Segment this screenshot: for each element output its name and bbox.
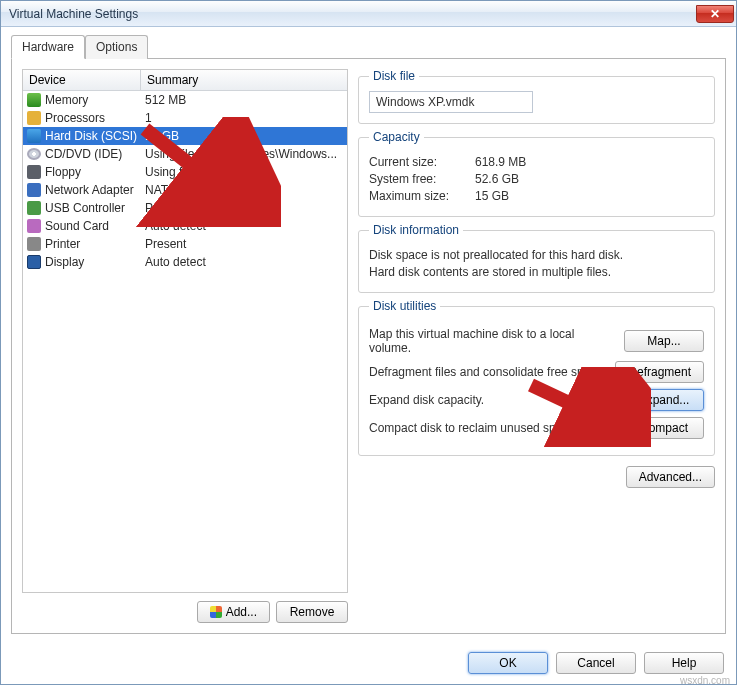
table-row[interactable]: CD/DVD (IDE)Using file F:\OS_Images\Wind… <box>23 145 347 163</box>
diskfile-input[interactable] <box>369 91 533 113</box>
device-summary: 1 <box>141 111 347 125</box>
system-free-value: 52.6 GB <box>475 172 519 186</box>
diskinfo-line2: Hard disk contents are stored in multipl… <box>369 265 704 279</box>
device-summary: Present <box>141 201 347 215</box>
tab-options[interactable]: Options <box>85 35 148 59</box>
device-summary: 512 MB <box>141 93 347 107</box>
current-size-label: Current size: <box>369 155 469 169</box>
device-summary: Auto detect <box>141 219 347 233</box>
device-icon <box>27 201 41 215</box>
capacity-group: Capacity Current size:618.9 MB System fr… <box>358 130 715 217</box>
device-icon <box>27 183 41 197</box>
system-free-label: System free: <box>369 172 469 186</box>
defragment-desc: Defragment files and consolidate free sp… <box>369 365 607 379</box>
add-device-button[interactable]: Add... <box>197 601 270 623</box>
close-icon: ✕ <box>710 7 720 21</box>
tab-strip: Hardware Options <box>11 35 726 59</box>
device-table-header: Device Summary <box>23 70 347 91</box>
client-area: Hardware Options Device Summary Memory51… <box>1 27 736 684</box>
table-row[interactable]: Processors1 <box>23 109 347 127</box>
maximum-size-label: Maximum size: <box>369 189 469 203</box>
utilities-group: Disk utilities Map this virtual machine … <box>358 299 715 456</box>
device-summary: 15 GB <box>141 129 347 143</box>
diskinfo-legend: Disk information <box>369 223 463 237</box>
device-name: USB Controller <box>45 201 125 215</box>
table-row[interactable]: Network AdapterNAT <box>23 181 347 199</box>
device-name: Hard Disk (SCSI) <box>45 129 137 143</box>
tab-hardware[interactable]: Hardware <box>11 35 85 59</box>
left-column: Device Summary Memory512 MBProcessors1Ha… <box>22 69 348 623</box>
device-summary: Auto detect <box>141 255 347 269</box>
dialog-footer: OK Cancel Help <box>468 652 724 674</box>
diskfile-group: Disk file <box>358 69 715 124</box>
device-table: Device Summary Memory512 MBProcessors1Ha… <box>22 69 348 593</box>
device-icon <box>27 165 41 179</box>
current-size-value: 618.9 MB <box>475 155 526 169</box>
titlebar: Virtual Machine Settings ✕ <box>1 1 736 27</box>
defragment-button[interactable]: Defragment <box>615 361 704 383</box>
device-name: Sound Card <box>45 219 109 233</box>
col-summary[interactable]: Summary <box>141 70 347 90</box>
device-name: Memory <box>45 93 88 107</box>
diskinfo-group: Disk information Disk space is not preal… <box>358 223 715 293</box>
watermark: wsxdn.com <box>680 675 730 685</box>
device-buttons: Add... Remove <box>22 601 348 623</box>
device-icon <box>27 219 41 233</box>
table-row[interactable]: Memory512 MB <box>23 91 347 109</box>
col-device[interactable]: Device <box>23 70 141 90</box>
table-row[interactable]: FloppyUsing file autoinst.flp <box>23 163 347 181</box>
device-summary: Using file F:\OS_Images\Windows... <box>141 147 347 161</box>
diskfile-legend: Disk file <box>369 69 419 83</box>
table-row[interactable]: USB ControllerPresent <box>23 199 347 217</box>
device-name: Network Adapter <box>45 183 134 197</box>
device-icon <box>27 93 41 107</box>
device-name: Processors <box>45 111 105 125</box>
diskinfo-line1: Disk space is not preallocated for this … <box>369 248 704 262</box>
table-row[interactable]: Sound CardAuto detect <box>23 217 347 235</box>
device-summary: Using file autoinst.flp <box>141 165 347 179</box>
window-title: Virtual Machine Settings <box>9 7 138 21</box>
compact-desc: Compact disk to reclaim unused space. <box>369 421 616 435</box>
right-column: Disk file Capacity Current size:618.9 MB… <box>358 69 715 623</box>
device-name: Floppy <box>45 165 81 179</box>
device-icon <box>27 237 41 251</box>
hardware-panel: Device Summary Memory512 MBProcessors1Ha… <box>11 58 726 634</box>
table-row[interactable]: Hard Disk (SCSI)15 GB <box>23 127 347 145</box>
advanced-row: Advanced... <box>358 466 715 488</box>
settings-window: Virtual Machine Settings ✕ Hardware Opti… <box>0 0 737 685</box>
advanced-button[interactable]: Advanced... <box>626 466 715 488</box>
remove-device-button[interactable]: Remove <box>276 601 348 623</box>
maximum-size-value: 15 GB <box>475 189 509 203</box>
cancel-button[interactable]: Cancel <box>556 652 636 674</box>
device-icon <box>27 111 41 125</box>
ok-button[interactable]: OK <box>468 652 548 674</box>
close-button[interactable]: ✕ <box>696 5 734 23</box>
device-summary: Present <box>141 237 347 251</box>
map-button[interactable]: Map... <box>624 330 704 352</box>
expand-desc: Expand disk capacity. <box>369 393 616 407</box>
device-name: Display <box>45 255 84 269</box>
device-rows: Memory512 MBProcessors1Hard Disk (SCSI)1… <box>23 91 347 271</box>
device-summary: NAT <box>141 183 347 197</box>
device-icon <box>27 148 41 160</box>
utilities-legend: Disk utilities <box>369 299 440 313</box>
capacity-legend: Capacity <box>369 130 424 144</box>
expand-button[interactable]: Expand... <box>624 389 704 411</box>
device-icon <box>27 129 41 143</box>
device-name: Printer <box>45 237 80 251</box>
table-row[interactable]: PrinterPresent <box>23 235 347 253</box>
compact-button[interactable]: Compact <box>624 417 704 439</box>
device-icon <box>27 255 41 269</box>
table-row[interactable]: DisplayAuto detect <box>23 253 347 271</box>
help-button[interactable]: Help <box>644 652 724 674</box>
device-name: CD/DVD (IDE) <box>45 147 122 161</box>
map-desc: Map this virtual machine disk to a local… <box>369 327 616 355</box>
